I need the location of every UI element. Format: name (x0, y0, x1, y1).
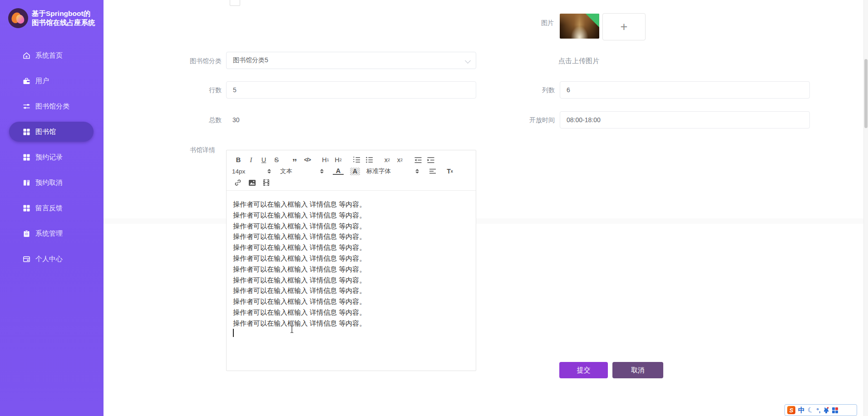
chinese-mode-icon[interactable]: 中 (798, 406, 805, 415)
total-value: 30 (232, 116, 240, 124)
editor-line: 操作者可以在输入框输入 详情信息 等内容。 (233, 221, 469, 232)
sidebar-item-feedback[interactable]: 留言反馈 (0, 195, 104, 221)
t-glyph: T (447, 168, 451, 175)
rows-input[interactable] (226, 81, 476, 99)
clipboard-icon (23, 230, 30, 238)
book-icon (23, 179, 30, 187)
upload-image-button[interactable]: + (602, 13, 646, 40)
image-label: 图片 (477, 19, 554, 26)
toolbar-row-2: 14px 文本 A A 标准字体 (232, 167, 471, 175)
toolbox-icon[interactable] (832, 407, 838, 413)
vertical-scrollbar[interactable] (863, 0, 868, 416)
cancel-button[interactable]: 取消 (612, 362, 663, 378)
subscript-button[interactable]: x2 (381, 156, 394, 164)
app-title-line2: 图书馆在线占座系统 (32, 18, 95, 27)
insert-video-button[interactable] (260, 178, 272, 187)
paragraph-type-select[interactable]: 文本 (280, 167, 324, 175)
sub-n: 2 (388, 158, 390, 162)
cols-label: 列数 (478, 86, 555, 94)
ordered-list-icon (353, 156, 360, 163)
upload-success-badge (586, 14, 599, 27)
open-time-input[interactable] (560, 111, 810, 129)
font-size-select[interactable]: 14px (232, 167, 271, 175)
category-select[interactable]: 图书馆分类5 (226, 52, 476, 69)
toolbar-row-3 (232, 178, 471, 187)
skin-icon[interactable] (823, 406, 829, 414)
sidebar-item-personal-center[interactable]: 个人中心 (0, 246, 104, 272)
ime-tray: S 中 ☾ °, (784, 404, 857, 416)
night-mode-icon[interactable]: ☾ (807, 406, 815, 415)
blockquote-button[interactable]: ” (288, 156, 301, 164)
updown-icon (415, 169, 419, 173)
h2-sub: 2 (340, 158, 342, 162)
superscript-button[interactable]: x2 (394, 156, 406, 164)
editor-line: 操作者可以在输入框输入 详情信息 等内容。 (233, 242, 469, 253)
sidebar-item-reservation-records[interactable]: 预约记录 (0, 144, 104, 170)
sidebar-item-system-management[interactable]: 系统管理 (0, 221, 104, 246)
font-color-button[interactable]: A (333, 168, 344, 175)
editor-line: 操作者可以在输入框输入 详情信息 等内容。 (233, 275, 469, 286)
editor-line: 操作者可以在输入框输入 详情信息 等内容。 (233, 296, 469, 307)
plus-icon: + (621, 20, 628, 34)
insert-image-button[interactable] (246, 178, 258, 187)
grid-icon (23, 204, 30, 212)
bold-button[interactable]: B (232, 156, 245, 164)
font-size-value: 14px (232, 168, 245, 175)
sidebar-item-label: 预约取消 (35, 178, 63, 187)
link-icon (234, 179, 242, 186)
upload-hint-text: 点击上传图片 (558, 57, 599, 65)
grid-icon (23, 154, 30, 161)
row-stripe (104, 218, 863, 224)
scrollbar-thumb[interactable] (864, 59, 868, 128)
library-photo-thumbnail[interactable] (560, 14, 599, 39)
home-icon (23, 52, 30, 59)
align-button[interactable] (426, 167, 439, 175)
app-title-line1: 基于Springboot的 (32, 9, 95, 18)
ordered-list-button[interactable] (350, 156, 363, 164)
sidebar-item-label: 个人中心 (35, 255, 63, 263)
sidebar-item-library-category[interactable]: 图书馆分类 (0, 94, 104, 119)
sidebar-item-label: 预约记录 (35, 153, 63, 162)
editor-line: 操作者可以在输入框输入 详情信息 等内容。 (233, 210, 469, 221)
paragraph-type-value: 文本 (280, 167, 292, 175)
clear-format-button[interactable]: Tx (444, 167, 456, 175)
updown-icon (267, 169, 271, 173)
outdent-icon (414, 157, 422, 163)
strikethrough-button[interactable]: S (270, 156, 283, 164)
submit-button[interactable]: 提交 (559, 362, 608, 378)
sogou-logo-icon[interactable]: S (787, 406, 795, 414)
code-button[interactable]: </> (301, 156, 314, 164)
outdent-button[interactable] (412, 156, 424, 164)
rich-text-editor: B I U S ” </> H1 H2 x2 x2 (226, 150, 476, 371)
sidebar-item-home[interactable]: 系统首页 (0, 43, 104, 68)
video-icon (263, 179, 270, 186)
heading1-button[interactable]: H1 (319, 156, 332, 164)
font-family-select[interactable]: 标准字体 (366, 167, 419, 175)
editor-line: 操作者可以在输入框输入 详情信息 等内容。 (233, 199, 469, 210)
insert-link-button[interactable] (232, 178, 244, 187)
punctuation-icon[interactable]: °, (816, 407, 820, 414)
app-logo-icon (8, 8, 28, 28)
chevron-down-icon (465, 58, 471, 64)
h-glyph: H (335, 156, 339, 163)
cols-input[interactable] (560, 81, 810, 99)
sidebar-item-users[interactable]: 用户 (0, 68, 104, 94)
updown-icon (320, 169, 324, 173)
sidebar-item-label: 系统首页 (35, 51, 63, 60)
sidebar-item-label: 用户 (35, 77, 49, 85)
indent-button[interactable] (424, 156, 437, 164)
heading2-button[interactable]: H2 (332, 156, 345, 164)
editor-content-area[interactable]: 操作者可以在输入框输入 详情信息 等内容。 操作者可以在输入框输入 详情信息 等… (227, 191, 476, 329)
italic-button[interactable]: I (245, 156, 257, 164)
h-glyph: H (322, 156, 326, 163)
highlight-color-button[interactable]: A (350, 168, 360, 175)
total-label: 总数 (144, 116, 222, 124)
editor-toolbar: B I U S ” </> H1 H2 x2 x2 (227, 150, 476, 191)
category-selected-value: 图书馆分类5 (233, 56, 268, 64)
image-icon (248, 179, 256, 186)
card-icon (23, 255, 30, 263)
sidebar-item-library[interactable]: 图书馆 (0, 119, 104, 144)
underline-button[interactable]: U (257, 156, 270, 164)
sidebar-item-reservation-cancel[interactable]: 预约取消 (0, 170, 104, 195)
bullet-list-button[interactable] (363, 156, 375, 164)
